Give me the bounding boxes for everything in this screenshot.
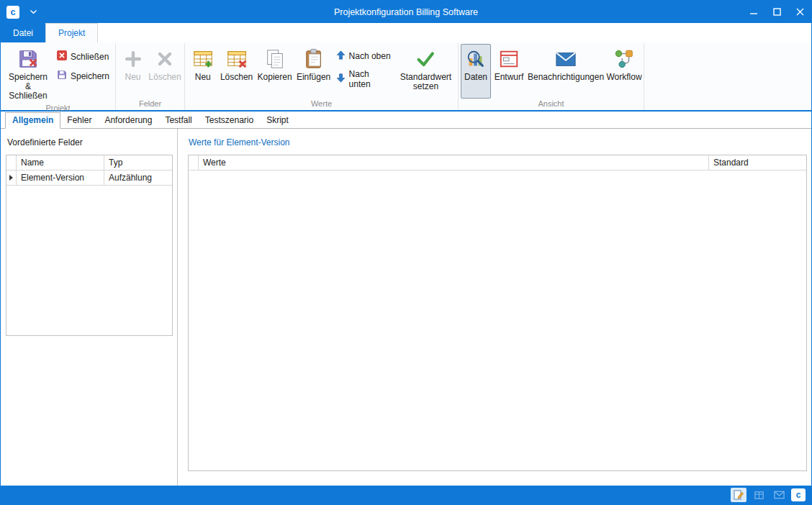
notifications-button[interactable]: Benachrichtigungen bbox=[527, 44, 605, 99]
new-value-button[interactable]: Neu bbox=[187, 44, 219, 99]
fields-header-typ[interactable]: Typ bbox=[104, 155, 172, 170]
new-field-button[interactable]: Neu bbox=[118, 44, 148, 99]
close-button[interactable] bbox=[788, 1, 811, 23]
group-label-werte: Werte bbox=[185, 99, 458, 110]
workflow-icon bbox=[613, 47, 635, 70]
main-content: Vordefinierte Felder Name Typ Element-Ve… bbox=[1, 129, 811, 486]
notifications-label: Benachrichtigungen bbox=[528, 73, 604, 82]
status-grid-icon[interactable] bbox=[751, 488, 767, 502]
tab-skript[interactable]: Skript bbox=[260, 113, 295, 128]
ribbon-tab-bar: Datei Projekt bbox=[1, 23, 811, 42]
save-and-close-label: Speichern & Schließen bbox=[6, 73, 50, 101]
minimize-button[interactable] bbox=[742, 1, 765, 23]
projekt-small-buttons: Schließen Speichern bbox=[53, 44, 113, 103]
new-field-label: Neu bbox=[125, 73, 140, 82]
tab-fehler[interactable]: Fehler bbox=[60, 113, 98, 128]
fields-header-selector bbox=[6, 155, 17, 170]
move-down-label: Nach unten bbox=[349, 69, 392, 89]
envelope-icon bbox=[555, 47, 577, 70]
values-panel: Werte für Element-Version Werte Standard bbox=[178, 129, 811, 486]
status-app-icon[interactable]: c bbox=[791, 488, 806, 501]
current-row-arrow-icon bbox=[9, 175, 13, 181]
group-label-felder: Felder bbox=[116, 99, 184, 110]
window-controls bbox=[742, 1, 811, 23]
field-typ-cell[interactable]: Aufzählung bbox=[104, 170, 172, 186]
delete-field-label: Löschen bbox=[148, 73, 181, 82]
paste-button[interactable]: Einfügen bbox=[295, 44, 333, 99]
tab-testszenario[interactable]: Testszenario bbox=[199, 113, 260, 128]
data-view-icon bbox=[465, 47, 487, 70]
table-delete-icon bbox=[226, 47, 248, 70]
set-default-button[interactable]: Standardwert setzen bbox=[396, 44, 456, 99]
ribbon-empty-space bbox=[644, 43, 811, 110]
group-label-ansicht: Ansicht bbox=[459, 99, 644, 110]
ribbon-tab-datei-label: Datei bbox=[13, 28, 33, 38]
ribbon-group-projekt: Speichern & Schließen Schließen bbox=[1, 43, 116, 110]
title-bar: c Projektkonfiguration Billing Software bbox=[1, 1, 811, 23]
values-header-selector bbox=[189, 155, 199, 170]
maximize-button[interactable] bbox=[765, 1, 788, 23]
fields-grid-header: Name Typ bbox=[6, 155, 172, 170]
move-buttons: Nach oben Nach unten bbox=[333, 44, 396, 99]
close-project-button[interactable]: Schließen bbox=[53, 49, 113, 64]
arrow-up-icon bbox=[336, 50, 346, 62]
predefined-fields-grid: Name Typ Element-Version Aufzählung bbox=[6, 155, 173, 336]
view-data-label: Daten bbox=[464, 73, 487, 82]
paste-icon bbox=[303, 47, 325, 70]
status-design-icon[interactable] bbox=[731, 488, 746, 502]
move-up-button[interactable]: Nach oben bbox=[333, 49, 396, 63]
set-default-label: Standardwert setzen bbox=[400, 73, 452, 91]
paste-label: Einfügen bbox=[297, 73, 330, 82]
table-new-icon bbox=[192, 47, 214, 70]
ribbon-group-werte: Neu Löschen bbox=[185, 43, 459, 110]
values-grid: Werte Standard bbox=[188, 155, 807, 471]
view-data-button[interactable]: Daten bbox=[461, 44, 491, 99]
copy-button[interactable]: Kopieren bbox=[255, 44, 295, 99]
view-design-button[interactable]: Entwurf bbox=[491, 44, 527, 99]
plus-disabled-icon bbox=[123, 47, 143, 70]
ribbon-tab-datei[interactable]: Datei bbox=[1, 23, 45, 42]
delete-value-label: Löschen bbox=[220, 73, 253, 82]
predefined-fields-panel: Vordefinierte Felder Name Typ Element-Ve… bbox=[1, 129, 178, 486]
move-up-label: Nach oben bbox=[349, 51, 391, 61]
delete-field-button[interactable]: Löschen bbox=[148, 44, 182, 99]
tab-testfall[interactable]: Testfall bbox=[158, 113, 198, 128]
save-button[interactable]: Speichern bbox=[53, 68, 113, 83]
document-tab-bar: Allgemein Fehler Anforderung Testfall Te… bbox=[1, 112, 811, 129]
status-mail-icon[interactable] bbox=[771, 488, 787, 502]
tab-allgemein[interactable]: Allgemein bbox=[5, 112, 60, 129]
values-header-werte[interactable]: Werte bbox=[199, 155, 709, 170]
design-view-icon bbox=[498, 47, 520, 70]
new-value-label: Neu bbox=[195, 73, 211, 82]
workflow-button[interactable]: Workflow bbox=[605, 44, 644, 99]
ribbon-group-felder: Neu Löschen Felder bbox=[116, 43, 185, 110]
app-window: c Projektkonfiguration Billing Software … bbox=[0, 0, 812, 505]
copy-icon bbox=[264, 47, 286, 70]
status-bar: c bbox=[1, 486, 811, 504]
close-project-label: Schließen bbox=[71, 52, 109, 62]
values-grid-header: Werte Standard bbox=[189, 155, 806, 170]
save-close-icon bbox=[17, 47, 39, 70]
copy-label: Kopieren bbox=[258, 73, 292, 82]
predefined-fields-title: Vordefinierte Felder bbox=[7, 137, 172, 147]
status-app-letter: c bbox=[796, 490, 801, 500]
save-and-close-button[interactable]: Speichern & Schließen bbox=[3, 44, 53, 103]
delete-value-button[interactable]: Löschen bbox=[219, 44, 255, 99]
view-design-label: Entwurf bbox=[495, 73, 524, 82]
workflow-label: Workflow bbox=[606, 73, 641, 82]
field-name-cell[interactable]: Element-Version bbox=[17, 170, 104, 186]
arrow-down-icon bbox=[336, 73, 346, 85]
ribbon: Speichern & Schließen Schließen bbox=[1, 42, 811, 112]
values-header-standard[interactable]: Standard bbox=[709, 155, 806, 170]
ribbon-group-ansicht: Daten Entwurf bbox=[459, 43, 644, 110]
save-icon bbox=[57, 70, 67, 82]
row-selector-cell bbox=[6, 170, 17, 186]
move-down-button[interactable]: Nach unten bbox=[333, 68, 396, 91]
tab-anforderung[interactable]: Anforderung bbox=[98, 113, 158, 128]
fields-header-name[interactable]: Name bbox=[17, 155, 104, 170]
close-red-icon bbox=[57, 50, 67, 63]
checkmark-icon bbox=[415, 47, 436, 70]
table-row[interactable]: Element-Version Aufzählung bbox=[6, 170, 172, 186]
ribbon-tab-projekt[interactable]: Projekt bbox=[45, 23, 98, 42]
x-disabled-icon bbox=[155, 47, 175, 70]
